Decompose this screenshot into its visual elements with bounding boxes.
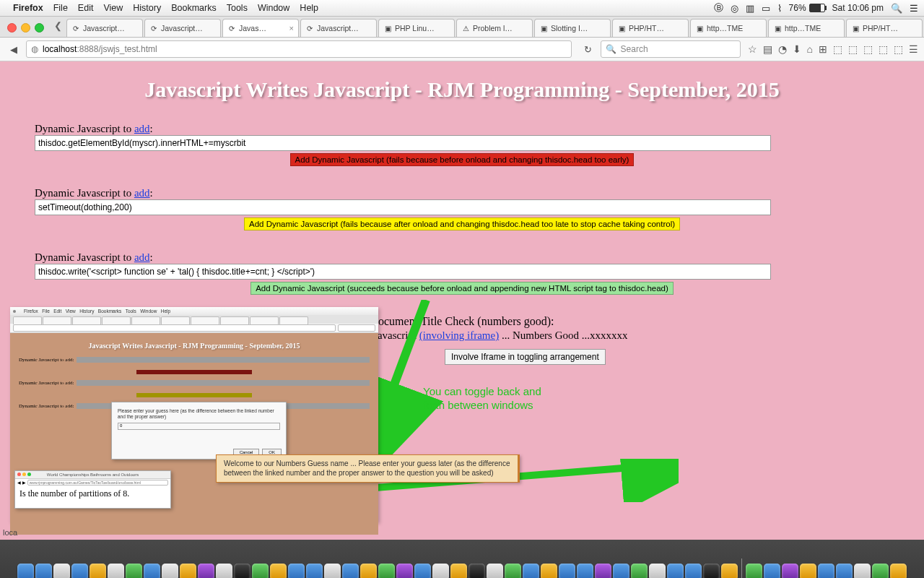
- toolbar-extra-icon[interactable]: ⬚: [894, 43, 903, 55]
- dock-app-icon[interactable]: [818, 564, 834, 578]
- browser-tab[interactable]: ▣Slotting I…: [534, 19, 611, 37]
- dock-app-icon[interactable]: [541, 564, 557, 578]
- menu-edit[interactable]: Edit: [78, 3, 94, 13]
- dock-app-icon[interactable]: [71, 564, 88, 578]
- downloads-icon[interactable]: ⬇: [793, 43, 801, 55]
- add-link-2[interactable]: add: [134, 187, 150, 199]
- browser-tab[interactable]: ▣http…TME: [768, 19, 845, 37]
- dock-app-icon[interactable]: [360, 564, 377, 578]
- toolbar-extra-icon[interactable]: ⊞: [819, 43, 827, 55]
- spotlight-icon[interactable]: 🔍: [891, 3, 902, 14]
- dock-app-icon[interactable]: [854, 564, 871, 578]
- toolbar-extra-icon[interactable]: ⬚: [833, 43, 842, 55]
- wifi-icon[interactable]: ⌇: [777, 3, 782, 14]
- bookmark-star-icon[interactable]: ☆: [748, 43, 757, 55]
- search-bar[interactable]: 🔍 Search: [601, 40, 741, 58]
- window-close-icon[interactable]: [7, 23, 17, 33]
- site-identity-icon[interactable]: ◍: [31, 44, 38, 54]
- menu-help[interactable]: Help: [300, 3, 318, 13]
- dock-app-icon[interactable]: [685, 564, 702, 578]
- dock-app-icon[interactable]: [836, 564, 853, 578]
- browser-tab[interactable]: ▣PHP/HT…: [612, 19, 689, 37]
- dock-app-icon[interactable]: [631, 564, 648, 578]
- dock-app-icon[interactable]: [872, 564, 889, 578]
- add-button-yellow[interactable]: Add Dynamic Javascript (fails because af…: [244, 217, 680, 230]
- airplay-icon[interactable]: ▭: [762, 3, 770, 14]
- browser-tab[interactable]: ⚠Problem l…: [456, 19, 533, 37]
- dock-app-icon[interactable]: [649, 564, 666, 578]
- menubar-app-name[interactable]: Firefox: [13, 3, 43, 13]
- dock-app-icon[interactable]: [414, 564, 431, 578]
- js-input-1[interactable]: [35, 135, 771, 151]
- browser-tab[interactable]: ⟳Javascript…: [66, 19, 143, 37]
- pocket-icon[interactable]: ◔: [778, 43, 787, 55]
- browser-tab[interactable]: ▣PHP/HT…: [846, 19, 923, 37]
- dock-app-icon[interactable]: [432, 564, 449, 578]
- dock-app-icon[interactable]: [144, 564, 160, 578]
- js-input-3[interactable]: [35, 264, 771, 280]
- tab-scroll-left-icon[interactable]: ❮: [51, 20, 65, 31]
- dock-app-icon[interactable]: [270, 564, 287, 578]
- dock-app-icon[interactable]: [468, 564, 485, 578]
- dock-app-icon[interactable]: [53, 564, 70, 578]
- toolbar-extra-icon[interactable]: ⬚: [879, 43, 888, 55]
- home-icon[interactable]: ⌂: [807, 43, 813, 55]
- add-button-green[interactable]: Add Dynamic Javascript (succeeds because…: [250, 282, 674, 295]
- add-link-3[interactable]: add: [134, 251, 150, 263]
- dock-app-icon[interactable]: [198, 564, 214, 578]
- dock-app-icon[interactable]: [90, 564, 106, 578]
- dock-app-icon[interactable]: [162, 564, 178, 578]
- dock-app-icon[interactable]: [252, 564, 269, 578]
- toolbar-extra-icon[interactable]: ⬚: [848, 43, 858, 55]
- dock-app-icon[interactable]: [577, 564, 593, 578]
- add-link-1[interactable]: add: [134, 123, 150, 134]
- js-input-2[interactable]: [35, 199, 771, 215]
- browser-tab-active[interactable]: ⟳Javas…×: [222, 19, 299, 37]
- menubar-extra-icon[interactable]: ▥: [746, 3, 754, 14]
- window-minimize-icon[interactable]: [21, 23, 30, 33]
- dock-app-icon[interactable]: [234, 564, 250, 578]
- menu-window[interactable]: Window: [258, 3, 289, 13]
- menu-icon[interactable]: ☰: [909, 43, 918, 55]
- dock-app-icon[interactable]: [216, 564, 232, 578]
- bookmarks-menu-icon[interactable]: ▤: [763, 43, 772, 55]
- dock-app-icon[interactable]: [108, 564, 124, 578]
- menubar-clock[interactable]: Sat 10:06 pm: [832, 3, 884, 13]
- tab-close-icon[interactable]: ×: [289, 24, 294, 33]
- menu-history[interactable]: History: [133, 3, 161, 13]
- battery-indicator[interactable]: 76%: [789, 3, 825, 13]
- add-button-red[interactable]: Add Dynamic Javascript (fails because be…: [290, 153, 635, 166]
- dock-app-icon[interactable]: [800, 564, 816, 578]
- involving-iframe-link[interactable]: (involving iframe): [419, 329, 499, 341]
- dock-app-icon[interactable]: [450, 564, 467, 578]
- dock-app-icon[interactable]: [396, 564, 413, 578]
- dock-app-icon[interactable]: [17, 564, 34, 578]
- window-zoom-icon[interactable]: [35, 23, 44, 33]
- dock-app-icon[interactable]: [613, 564, 629, 578]
- dock-app-icon[interactable]: [35, 564, 52, 578]
- menu-bookmarks[interactable]: Bookmarks: [171, 3, 217, 13]
- dock-trash-icon[interactable]: [890, 564, 907, 578]
- dock-app-icon[interactable]: [559, 564, 575, 578]
- url-bar[interactable]: ◍ localhost:8888/jswjs_test.html: [26, 40, 572, 58]
- browser-tab[interactable]: ▣http…TME: [690, 19, 767, 37]
- dock-app-icon[interactable]: [667, 564, 684, 578]
- notification-center-icon[interactable]: ☰: [910, 3, 918, 14]
- menubar-extra-icon[interactable]: ◎: [731, 3, 738, 14]
- dock-app-icon[interactable]: [324, 564, 341, 578]
- dock-app-icon[interactable]: [180, 564, 196, 578]
- menu-view[interactable]: View: [103, 3, 123, 13]
- dock-app-icon[interactable]: [764, 564, 780, 578]
- dock-app-icon[interactable]: [703, 564, 720, 578]
- menu-file[interactable]: File: [53, 3, 68, 13]
- involve-iframe-button[interactable]: Involve Iframe in toggling arrangement: [445, 349, 606, 365]
- menubar-extra-icon[interactable]: Ⓑ: [714, 1, 723, 14]
- dock-app-icon[interactable]: [595, 564, 611, 578]
- dock-app-icon[interactable]: [306, 564, 323, 578]
- browser-tab[interactable]: ⟳Javascript…: [144, 19, 221, 37]
- dock-app-icon[interactable]: [746, 564, 762, 578]
- dock-app-icon[interactable]: [721, 564, 738, 578]
- dock-app-icon[interactable]: [288, 564, 305, 578]
- dock-app-icon[interactable]: [505, 564, 521, 578]
- dock-app-icon[interactable]: [126, 564, 142, 578]
